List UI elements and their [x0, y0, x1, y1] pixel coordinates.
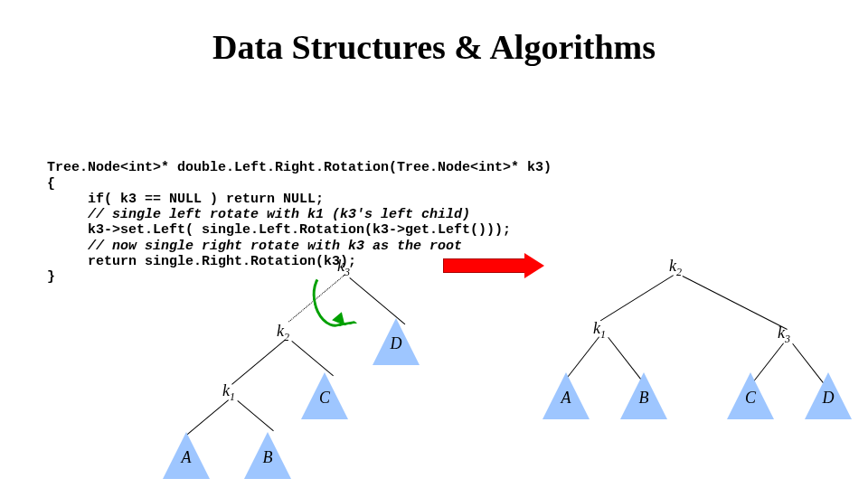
right-tree-label-a: A: [542, 389, 590, 408]
code-line: }: [47, 269, 55, 285]
code-line: return single.Right.Rotation(k3);: [47, 254, 356, 269]
left-tree-label-b: B: [244, 448, 291, 467]
code-line: k3->set.Left( single.Left.Rotation(k3->g…: [47, 222, 511, 238]
right-tree-k1: k1: [593, 319, 606, 342]
code-line: if( k3 == NULL ) return NULL;: [47, 192, 324, 207]
code-line: Tree.Node<int>* double.Left.Right.Rotati…: [47, 160, 552, 175]
transform-arrowhead-icon: [524, 253, 544, 278]
right-tree-label-b: B: [620, 389, 667, 408]
code-comment: // now single right rotate with k3 as th…: [47, 239, 462, 254]
right-tree-label-c: C: [727, 389, 774, 408]
left-tree-k2: k2: [277, 322, 289, 344]
left-tree-label-d: D: [373, 334, 420, 353]
left-tree-k1: k1: [222, 381, 235, 404]
right-tree-label-d: D: [805, 389, 852, 408]
left-tree-label-c: C: [301, 389, 348, 408]
code-line: {: [47, 176, 55, 192]
transform-arrow-icon: [443, 258, 526, 273]
left-tree-label-a: A: [163, 448, 210, 467]
right-tree-k2: k2: [669, 257, 682, 279]
page-title: Data Structures & Algorithms: [0, 27, 868, 67]
code-comment: // single left rotate with k1 (k3's left…: [47, 207, 470, 222]
right-tree-k3: k3: [778, 324, 790, 346]
